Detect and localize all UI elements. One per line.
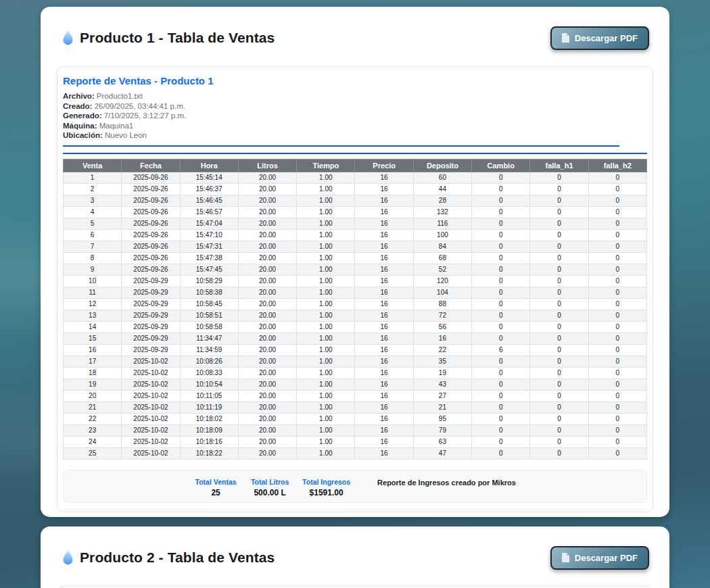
total-item: Total Litros500.00 L <box>248 478 291 497</box>
blue-divider-short <box>63 145 619 147</box>
table-cell: 7 <box>64 241 122 252</box>
table-cell: 2025-09-26 <box>122 252 180 264</box>
table-cell: 16 <box>355 206 413 218</box>
table-cell: 6 <box>64 229 122 241</box>
table-cell: 0 <box>530 378 588 390</box>
table-cell: 10:58:38 <box>180 287 238 298</box>
column-header: falla_h2 <box>588 159 646 172</box>
table-cell: 0 <box>588 183 646 195</box>
table-cell: 0 <box>530 367 588 378</box>
total-value: 500.00 L <box>248 488 291 497</box>
table-cell: 20.00 <box>238 172 296 183</box>
table-cell: 11 <box>64 287 122 298</box>
table-cell: 0 <box>472 390 530 401</box>
sales-table-head: VentaFechaHoraLitrosTiempoPrecioDeposito… <box>64 159 647 172</box>
pdf-file-icon <box>562 553 569 562</box>
table-cell: 20.00 <box>238 413 296 424</box>
table-cell: 11:34:59 <box>180 344 238 356</box>
table-row: 252025-10-0210:18:2220.001.001647000 <box>64 447 647 459</box>
table-cell: 0 <box>588 367 646 378</box>
table-cell: 2025-10-02 <box>122 424 180 436</box>
table-cell: 2 <box>64 183 122 195</box>
table-cell: 0 <box>588 287 646 298</box>
table-cell: 20.00 <box>238 321 296 333</box>
total-label: Total Ventas <box>194 478 237 486</box>
table-cell: 5 <box>64 218 122 229</box>
table-cell: 1.00 <box>297 195 355 206</box>
table-cell: 0 <box>588 436 646 447</box>
table-cell: 1.00 <box>297 447 355 459</box>
table-cell: 1.00 <box>297 218 355 229</box>
table-cell: 100 <box>413 229 471 241</box>
table-cell: 15:46:57 <box>180 206 238 218</box>
table-cell: 2025-09-29 <box>122 321 180 333</box>
table-cell: 28 <box>413 195 471 206</box>
table-cell: 4 <box>64 206 122 218</box>
table-cell: 0 <box>588 333 646 344</box>
table-cell: 16 <box>355 356 413 367</box>
table-cell: 20.00 <box>238 287 296 298</box>
table-cell: 2025-09-26 <box>122 218 180 229</box>
info-value: Nuevo Leon <box>103 131 147 139</box>
table-cell: 0 <box>588 275 646 287</box>
table-cell: 16 <box>355 229 413 241</box>
table-cell: 2025-10-02 <box>122 390 180 401</box>
table-cell: 2025-09-29 <box>122 275 180 287</box>
table-cell: 0 <box>472 252 530 264</box>
table-cell: 2025-09-29 <box>122 310 180 321</box>
sales-table: VentaFechaHoraLitrosTiempoPrecioDeposito… <box>63 159 647 460</box>
table-cell: 0 <box>588 401 646 413</box>
table-row: 232025-10-0210:18:0920.001.001679000 <box>64 424 647 436</box>
table-cell: 1.00 <box>297 436 355 447</box>
table-cell: 10:58:58 <box>180 321 238 333</box>
total-label: Total Ingresos <box>302 478 350 486</box>
total-item: Total Ingresos$1591.00 <box>302 478 350 497</box>
table-cell: 15 <box>64 333 122 344</box>
table-cell: 132 <box>413 206 471 218</box>
table-cell: 1.00 <box>297 241 355 252</box>
table-cell: 19 <box>64 378 122 390</box>
info-label: Creado: <box>63 102 92 110</box>
table-cell: 2025-10-02 <box>122 413 180 424</box>
table-cell: 0 <box>530 424 588 436</box>
table-cell: 16 <box>355 195 413 206</box>
table-cell: 11:34:47 <box>180 333 238 344</box>
table-row: 202025-10-0210:11:0520.001.001627000 <box>64 390 647 401</box>
table-cell: 0 <box>588 172 646 183</box>
product-2-title-group: Producto 2 - Tabla de Ventas <box>62 549 275 566</box>
table-cell: 10:18:09 <box>180 424 238 436</box>
table-cell: 0 <box>588 344 646 356</box>
table-cell: 0 <box>588 378 646 390</box>
table-cell: 52 <box>413 264 471 275</box>
table-cell: 15:47:31 <box>180 241 238 252</box>
table-cell: 0 <box>588 413 646 424</box>
table-cell: 1.00 <box>297 229 355 241</box>
table-cell: 16 <box>355 333 413 344</box>
column-header: Deposito <box>413 159 471 172</box>
table-cell: 16 <box>355 298 413 310</box>
table-cell: 16 <box>355 413 413 424</box>
table-cell: 16 <box>355 436 413 447</box>
totals-note: Reporte de Ingresos creado por Mikros <box>377 478 516 487</box>
pdf-file-icon <box>562 33 569 43</box>
table-cell: 79 <box>413 424 471 436</box>
table-cell: 14 <box>64 321 122 333</box>
table-cell: 0 <box>530 321 588 333</box>
table-row: 212025-10-0210:11:1920.001.001621000 <box>64 401 647 413</box>
table-cell: 0 <box>472 264 530 275</box>
download-pdf-button[interactable]: Descargar PDF <box>550 546 649 570</box>
table-cell: 18 <box>64 367 122 378</box>
table-cell: 2025-10-02 <box>122 367 180 378</box>
info-label: Máquina: <box>63 122 97 130</box>
table-cell: 0 <box>472 367 530 378</box>
table-cell: 0 <box>530 401 588 413</box>
table-cell: 0 <box>588 321 646 333</box>
blue-divider-full <box>63 153 647 154</box>
table-cell: 20.00 <box>238 183 296 195</box>
table-row: 192025-10-0210:10:5420.001.001643000 <box>64 378 647 390</box>
download-pdf-button[interactable]: Descargar PDF <box>550 26 649 50</box>
table-cell: 10:58:45 <box>180 298 238 310</box>
table-row: 62025-09-2615:47:1020.001.0016100000 <box>64 229 647 241</box>
table-cell: 1.00 <box>297 310 355 321</box>
table-cell: 1.00 <box>297 401 355 413</box>
